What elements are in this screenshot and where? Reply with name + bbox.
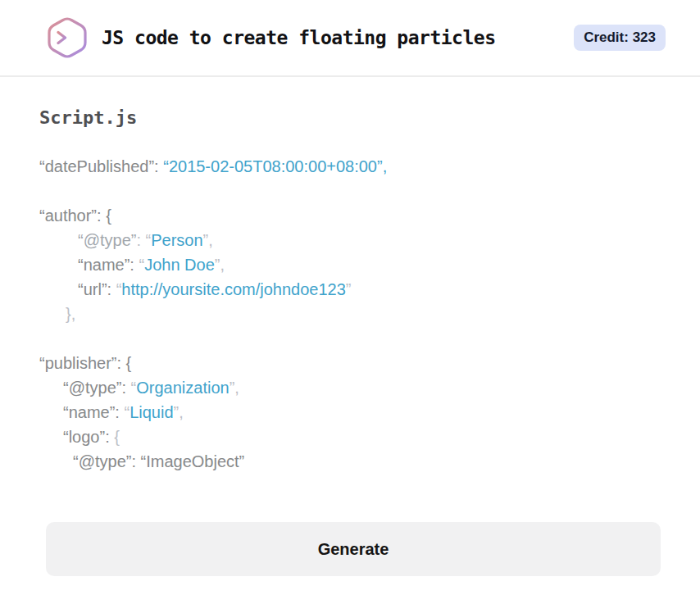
code-token: “2015-02-05T08:00:00+08:00”, xyxy=(163,157,387,175)
code-token: ”, xyxy=(174,403,184,421)
code-token: “@type” xyxy=(78,231,136,249)
code-token: “name” xyxy=(78,256,130,274)
code-token: “author” xyxy=(39,207,97,225)
generate-button[interactable]: Generate xyxy=(46,522,661,576)
code-token: Liquid xyxy=(130,403,173,421)
code-token: “publisher” xyxy=(39,354,116,372)
page-title: JS code to create floating particles xyxy=(102,27,496,48)
code-line: “name”: “Liquid”, xyxy=(39,400,661,425)
code-line: }, xyxy=(39,302,661,326)
code-line: “@type”: “Organization”, xyxy=(39,375,661,400)
code-token: “url” xyxy=(78,280,107,298)
code-token: { xyxy=(114,428,120,446)
code-token: “ImageObject” xyxy=(141,452,245,470)
code-token: : xyxy=(130,256,139,274)
code-token: }, xyxy=(66,305,75,323)
code-token: http://yoursite.com/johndoe123 xyxy=(121,280,346,298)
code-token: : xyxy=(115,403,124,421)
code-line: “datePublished”: “2015-02-05T08:00:00+08… xyxy=(39,154,661,179)
code-token: John Doe xyxy=(144,256,215,274)
code-token: : xyxy=(121,379,130,397)
code-line: “url”: “http://yoursite.com/johndoe123” xyxy=(39,277,661,302)
code-token: “name” xyxy=(63,403,115,421)
code-token: : { xyxy=(116,354,131,372)
terminal-hexagon-icon xyxy=(46,15,89,61)
code-token: Person xyxy=(151,231,202,249)
code-line: “name”: “John Doe”, xyxy=(39,252,661,277)
code-token: : xyxy=(105,428,114,446)
code-token: : xyxy=(154,157,163,175)
code-line xyxy=(39,179,661,203)
credit-badge: Credit: 323 xyxy=(574,25,666,51)
code-line xyxy=(39,326,661,351)
code-token: : { xyxy=(97,207,111,225)
code-token: : xyxy=(131,452,140,470)
code-token: ”, xyxy=(230,379,239,397)
code-token: “@type” xyxy=(73,452,131,470)
code-token: ”, xyxy=(203,231,213,249)
code-block: “datePublished”: “2015-02-05T08:00:00+08… xyxy=(39,154,661,474)
code-token: : xyxy=(136,231,145,249)
app-header: JS code to create floating particles Cre… xyxy=(0,0,700,77)
script-filename: Script.js xyxy=(39,107,661,129)
code-token: “datePublished” xyxy=(39,157,154,175)
code-token: : xyxy=(107,280,116,298)
code-token: ” xyxy=(346,280,352,298)
code-line: “@type”: “ImageObject” xyxy=(39,449,661,474)
main-content: Script.js “datePublished”: “2015-02-05T0… xyxy=(0,107,700,576)
code-line: “publisher”: { xyxy=(39,351,661,375)
code-line: “author”: { xyxy=(39,203,661,228)
code-token: “logo” xyxy=(63,428,105,446)
code-token: “@type” xyxy=(63,379,121,397)
code-line: “logo”: { xyxy=(39,425,661,449)
code-token: ”, xyxy=(215,256,225,274)
code-line: “@type”: “Person”, xyxy=(39,228,661,252)
code-token: Organization xyxy=(136,379,229,397)
